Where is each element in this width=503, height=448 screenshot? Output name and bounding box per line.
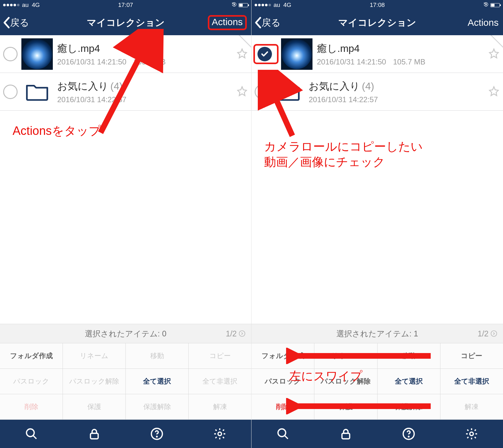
star-icon[interactable] bbox=[489, 86, 500, 98]
back-button[interactable]: 戻る bbox=[3, 16, 29, 29]
status-bar: au 4G 17:08 bbox=[252, 0, 503, 10]
content-area: カメラロールにコピーしたい 動画／画像にチェック bbox=[252, 111, 503, 324]
grid-btn-deselect-all[interactable]: 全て非選択 bbox=[189, 369, 251, 394]
star-icon[interactable] bbox=[237, 48, 248, 60]
nav-bar: 戻る マイコレクション Actions bbox=[252, 10, 503, 35]
grid-btn-delete[interactable]: 削除 bbox=[0, 394, 63, 419]
back-label: 戻る bbox=[10, 16, 29, 29]
folder-icon bbox=[273, 76, 304, 108]
carrier-label: au bbox=[274, 2, 280, 8]
item-size: 105.7 MB bbox=[393, 58, 425, 66]
orientation-lock-icon bbox=[484, 2, 489, 8]
item-title: 癒し.mp4 bbox=[57, 42, 100, 56]
chevron-right-icon[interactable] bbox=[490, 330, 497, 337]
grid-btn-rename[interactable]: リネーム bbox=[63, 343, 125, 368]
action-grid: フォルダ作成 リネーム 移動 コピー パスロック パスロック解除 全て選択 全て… bbox=[0, 343, 251, 420]
grid-btn-passlock[interactable]: パスロック bbox=[252, 369, 314, 394]
gear-icon[interactable] bbox=[464, 427, 479, 441]
select-checkbox-checked[interactable] bbox=[257, 47, 272, 61]
selection-count: 選択されたアイテム: 0 bbox=[85, 329, 167, 339]
item-count: (4) bbox=[110, 80, 123, 92]
item-date: 2016/10/31 14:21:50 bbox=[317, 58, 386, 66]
battery-icon bbox=[490, 3, 500, 7]
search-icon[interactable] bbox=[24, 427, 39, 441]
annotation-text: Actionsをタップ bbox=[13, 123, 101, 139]
svg-line-15 bbox=[285, 435, 288, 439]
list-item[interactable]: お気に入り (4) 2016/10/31 14:22:57 bbox=[252, 73, 503, 111]
network-label: 4G bbox=[32, 2, 40, 8]
item-date: 2016/10/31 14:21:50 bbox=[57, 58, 126, 66]
svg-point-7 bbox=[157, 436, 157, 437]
file-list: 癒し.mp4 2016/10/31 14:21:50 105.7 MB お気に入… bbox=[0, 35, 251, 111]
dogear-icon bbox=[490, 35, 503, 48]
grid-btn-unprotect[interactable]: 保護解除 bbox=[378, 394, 440, 419]
list-item[interactable]: お気に入り (4) 2016/10/31 14:22:57 bbox=[0, 73, 251, 111]
item-title: お気に入り bbox=[57, 80, 108, 93]
search-icon[interactable] bbox=[276, 427, 290, 441]
svg-point-14 bbox=[278, 429, 286, 437]
video-thumbnail bbox=[21, 38, 53, 70]
grid-btn-unzip[interactable]: 解凍 bbox=[189, 394, 251, 419]
annotation-highlight bbox=[253, 44, 279, 64]
grid-btn-unzip[interactable]: 解凍 bbox=[440, 394, 503, 419]
video-thumbnail bbox=[281, 38, 312, 70]
content-area: Actionsをタップ bbox=[0, 111, 251, 324]
grid-btn-delete[interactable]: 削除 bbox=[252, 394, 314, 419]
item-date: 2016/10/31 14:22:57 bbox=[309, 95, 378, 104]
page-indicator: 1/2 bbox=[478, 329, 489, 338]
action-grid: フォルダ作成 リネーム 移動 コピー パスロック パスロック解除 全て選択 全て… bbox=[252, 343, 503, 420]
select-checkbox[interactable] bbox=[3, 47, 18, 61]
clock-label: 17:07 bbox=[118, 2, 133, 8]
actions-button[interactable]: Actions bbox=[208, 15, 247, 30]
back-label: 戻る bbox=[262, 16, 281, 29]
svg-line-4 bbox=[33, 435, 36, 439]
lock-icon[interactable] bbox=[339, 427, 353, 441]
grid-btn-select-all[interactable]: 全て選択 bbox=[378, 369, 440, 394]
grid-btn-copy[interactable]: コピー bbox=[440, 343, 503, 368]
carrier-label: au bbox=[22, 2, 29, 8]
grid-btn-unprotect[interactable]: 保護解除 bbox=[126, 394, 188, 419]
grid-btn-move[interactable]: 移動 bbox=[126, 343, 188, 368]
star-icon[interactable] bbox=[489, 48, 500, 60]
svg-rect-9 bbox=[485, 4, 487, 5]
svg-point-18 bbox=[408, 436, 409, 437]
grid-btn-new-folder[interactable]: フォルダ作成 bbox=[0, 343, 63, 368]
grid-btn-passlock[interactable]: パスロック bbox=[0, 369, 63, 394]
actions-button[interactable]: Actions bbox=[468, 17, 499, 28]
chevron-right-icon[interactable] bbox=[239, 330, 246, 337]
tab-bar bbox=[252, 420, 503, 448]
grid-btn-passlock-off[interactable]: パスロック解除 bbox=[63, 369, 125, 394]
selection-bar: 選択されたアイテム: 1 1/2 bbox=[252, 324, 503, 343]
item-title: 癒し.mp4 bbox=[317, 42, 360, 56]
dogear-icon bbox=[239, 35, 251, 48]
item-count: (4) bbox=[362, 80, 374, 92]
list-item[interactable]: 癒し.mp4 2016/10/31 14:21:50 105.7 MB bbox=[0, 35, 251, 73]
grid-btn-select-all[interactable]: 全て選択 bbox=[126, 369, 188, 394]
grid-btn-deselect-all[interactable]: 全て非選択 bbox=[440, 369, 503, 394]
grid-btn-move[interactable]: 移動 bbox=[378, 343, 440, 368]
item-title: お気に入り bbox=[309, 80, 360, 93]
grid-btn-copy[interactable]: コピー bbox=[189, 343, 251, 368]
list-item[interactable]: 癒し.mp4 2016/10/31 14:21:50 105.7 MB bbox=[252, 35, 503, 73]
grid-btn-new-folder[interactable]: フォルダ作成 bbox=[252, 343, 314, 368]
help-icon[interactable] bbox=[401, 427, 416, 441]
svg-point-3 bbox=[26, 429, 34, 437]
help-icon[interactable] bbox=[150, 427, 164, 441]
gear-icon[interactable] bbox=[213, 427, 227, 441]
screenshot-left: au 4G 17:07 戻る マイコレクション Actions 癒し.mp4 2… bbox=[0, 0, 252, 448]
grid-btn-passlock-off[interactable]: パスロック解除 bbox=[314, 369, 377, 394]
status-bar: au 4G 17:07 bbox=[0, 0, 251, 10]
select-checkbox[interactable] bbox=[255, 85, 269, 99]
tab-bar bbox=[0, 420, 251, 448]
lock-icon[interactable] bbox=[87, 427, 102, 441]
grid-btn-protect[interactable]: 保護 bbox=[63, 394, 125, 419]
back-button[interactable]: 戻る bbox=[255, 16, 281, 29]
svg-point-11 bbox=[491, 331, 497, 336]
star-icon[interactable] bbox=[237, 86, 248, 98]
grid-btn-rename[interactable]: リネーム bbox=[314, 343, 377, 368]
select-checkbox[interactable] bbox=[3, 85, 18, 99]
clock-label: 17:08 bbox=[370, 2, 385, 8]
svg-point-2 bbox=[239, 331, 245, 336]
svg-rect-0 bbox=[234, 4, 235, 5]
grid-btn-protect[interactable]: 保護 bbox=[314, 394, 377, 419]
